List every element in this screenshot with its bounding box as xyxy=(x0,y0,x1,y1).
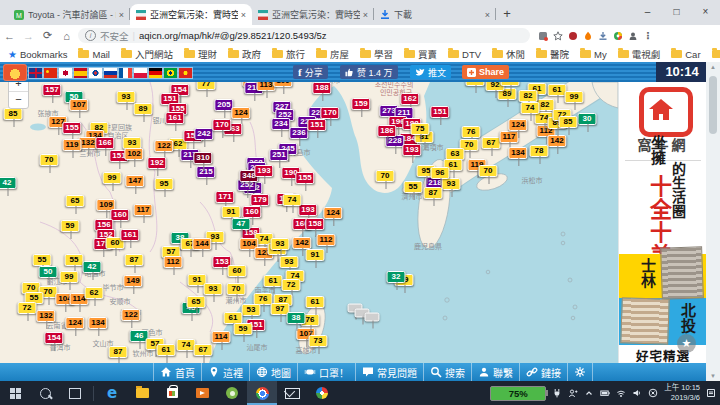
aqi-marker[interactable]: 87 xyxy=(424,187,443,199)
taskbar-app-mail[interactable] xyxy=(277,381,307,405)
taskbar-app-video[interactable] xyxy=(187,381,217,405)
nav-item-settings[interactable] xyxy=(568,363,593,381)
aqi-marker[interactable]: 171 xyxy=(215,191,234,203)
aqi-marker[interactable]: 179 xyxy=(250,194,269,206)
aqi-marker[interactable]: 85 xyxy=(559,116,578,128)
aqi-marker[interactable]: 117 xyxy=(500,131,519,143)
flag-es-icon[interactable] xyxy=(74,68,87,78)
aqi-marker[interactable]: 61 xyxy=(157,344,176,356)
aqi-marker[interactable]: 59 xyxy=(234,323,253,335)
aqi-marker[interactable]: 95 xyxy=(155,178,174,190)
aqi-marker[interactable]: 193 xyxy=(402,144,421,156)
aqi-marker[interactable]: 87 xyxy=(125,254,144,266)
taskbar-clock[interactable]: 上午 10:15 2019/3/6 xyxy=(664,383,700,403)
aqi-marker[interactable]: 60 xyxy=(228,265,247,277)
aqi-marker[interactable]: 70 xyxy=(227,283,246,295)
volume-icon[interactable] xyxy=(632,388,642,398)
aqi-marker[interactable]: 162 xyxy=(400,93,419,105)
bookmark-folder-My[interactable]: My xyxy=(580,49,607,60)
bookmarks-root[interactable]: ★Bookmarks xyxy=(8,49,67,60)
aqi-marker[interactable]: 42 xyxy=(0,177,17,189)
aqi-marker[interactable]: 99 xyxy=(565,91,584,103)
start-button[interactable] xyxy=(0,381,30,405)
aqi-marker[interactable]: 67 xyxy=(194,344,213,356)
bookmark-folder-Mail[interactable]: Mail xyxy=(78,49,109,60)
aqi-marker[interactable]: 93 xyxy=(204,283,223,295)
nav-item-口罩！[interactable]: 口罩！ xyxy=(298,363,356,381)
aqi-marker[interactable]: 155 xyxy=(62,122,81,134)
aqi-marker[interactable]: 161 xyxy=(120,229,139,241)
aqi-marker[interactable]: 159 xyxy=(351,98,370,110)
battery-widget[interactable]: 75% xyxy=(490,386,546,401)
aqi-marker[interactable]: 119 xyxy=(63,139,82,151)
bookmark-folder-電視劇[interactable]: 電視劇 xyxy=(618,47,661,61)
scrollbar-thumb[interactable] xyxy=(709,76,717,134)
task-view-button[interactable] xyxy=(60,381,90,405)
aqi-marker[interactable]: 154 xyxy=(44,332,63,344)
aqi-marker[interactable]: 96 xyxy=(431,167,450,179)
site-info-icon[interactable]: i xyxy=(85,30,96,41)
bookmark-folder-休閒[interactable]: 休閒 xyxy=(492,47,525,61)
aqi-marker[interactable]: 87 xyxy=(109,346,128,358)
aqi-marker[interactable]: 76 xyxy=(462,126,481,138)
addthis-share-button[interactable]: Share xyxy=(462,65,509,79)
aqi-marker[interactable]: 74 xyxy=(283,194,302,206)
aqi-marker[interactable]: 158 xyxy=(305,218,324,230)
aqi-marker[interactable]: 170 xyxy=(320,107,339,119)
flag-pl-icon[interactable] xyxy=(134,68,147,78)
aqi-marker[interactable]: 65 xyxy=(187,296,206,308)
taskbar-app-green[interactable] xyxy=(217,381,247,405)
aqi-marker[interactable]: 99 xyxy=(103,172,122,184)
bookmark-folder-Car[interactable]: Car xyxy=(671,49,700,60)
close-circle-icon[interactable] xyxy=(648,388,658,398)
bookmark-folder-房屋[interactable]: 房屋 xyxy=(316,47,349,61)
flag-kr-icon[interactable] xyxy=(89,68,102,78)
zoom-in-button[interactable]: + xyxy=(9,82,28,92)
aqi-marker[interactable]: 72 xyxy=(18,302,37,314)
aqi-marker[interactable]: 38 xyxy=(287,312,306,324)
flag-vn-icon[interactable] xyxy=(179,68,192,78)
flag-ru-icon[interactable] xyxy=(104,68,117,78)
nav-item-鏈接[interactable]: 鏈接 xyxy=(520,363,568,381)
aqi-marker[interactable]: 124 xyxy=(65,317,84,329)
bookmark-folder-旅行[interactable]: 旅行 xyxy=(272,47,305,61)
aqi-marker[interactable]: 72 xyxy=(282,279,301,291)
aqi-marker[interactable]: 59 xyxy=(61,220,80,232)
aqi-marker[interactable]: 99 xyxy=(60,271,79,283)
aqi-marker[interactable]: 89 xyxy=(134,103,153,115)
browser-tab-1[interactable]: MToyota - 汽車討論區 - Mobile01× xyxy=(8,4,130,25)
tab-close-icon[interactable]: × xyxy=(363,10,368,20)
nav-item-搜索[interactable]: 搜索 xyxy=(424,363,472,381)
aqi-marker[interactable]: 32 xyxy=(387,271,406,283)
aqi-marker[interactable]: 160 xyxy=(110,209,129,221)
aqi-marker[interactable]: 112 xyxy=(164,256,183,268)
aqi-marker[interactable]: 193 xyxy=(254,165,273,177)
aqi-marker[interactable]: 78 xyxy=(530,145,549,157)
wifi-icon[interactable] xyxy=(616,388,626,398)
aqi-marker[interactable]: 117 xyxy=(134,204,153,216)
aqi-marker[interactable]: 234 xyxy=(271,118,290,130)
aqi-marker[interactable]: 188 xyxy=(312,82,331,94)
aqi-marker[interactable]: 193 xyxy=(298,204,317,216)
aqi-marker[interactable]: 242 xyxy=(194,128,213,140)
plug-icon[interactable] xyxy=(552,388,562,398)
aqi-marker[interactable]: 134 xyxy=(508,147,527,159)
aqi-marker[interactable]: 67 xyxy=(482,137,501,149)
aqi-marker[interactable]: 70 xyxy=(40,154,59,166)
aqi-marker[interactable]: 82 xyxy=(519,90,538,102)
aqi-marker[interactable]: 55 xyxy=(404,181,423,193)
aqi-marker[interactable]: 112 xyxy=(317,234,336,246)
aqi-marker[interactable]: 122 xyxy=(154,140,173,152)
aqi-marker[interactable]: 192 xyxy=(147,157,166,169)
profile-icon[interactable] xyxy=(628,31,638,41)
aqi-marker[interactable]: 102 xyxy=(124,148,143,160)
flame-icon[interactable] xyxy=(583,31,593,41)
scroll-down-arrow[interactable]: ▼ xyxy=(706,373,720,379)
star-icon[interactable] xyxy=(553,31,563,41)
address-input[interactable]: i 不安全 | aqicn.org/map/hk/#@g/29.8521/120… xyxy=(78,28,530,43)
minimize-button[interactable]: – xyxy=(633,0,662,25)
aqi-marker[interactable]: 155 xyxy=(295,172,314,184)
aqi-marker[interactable]: 124 xyxy=(231,107,250,119)
aqi-marker[interactable]: 70 xyxy=(479,165,498,177)
flag-uk-icon[interactable] xyxy=(29,68,42,78)
